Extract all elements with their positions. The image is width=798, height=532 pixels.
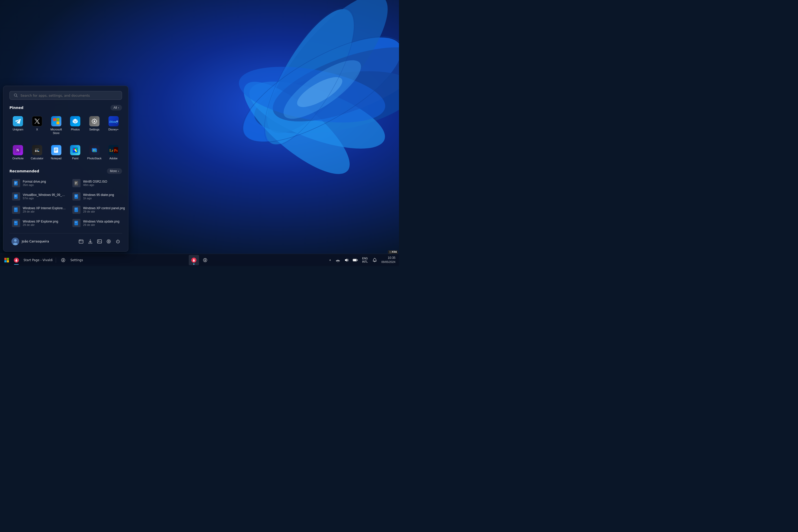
svg-rect-57 [75, 184, 76, 184]
app-calculator[interactable]: Calculator [28, 143, 46, 162]
svg-rect-63 [75, 196, 77, 197]
rec-info-1: Win95 OSR2.ISO 48m ago [83, 180, 107, 187]
lang-label: ENG [362, 257, 368, 260]
battery-icon [353, 259, 358, 262]
calculator-label: Calculator [31, 157, 43, 160]
app-photos[interactable]: Photos [67, 114, 84, 137]
rec-time-3: 1h ago [83, 197, 114, 200]
battery-button[interactable] [352, 256, 359, 264]
power-button[interactable] [114, 238, 122, 246]
network-button[interactable] [334, 256, 341, 264]
app-settings[interactable]: Settings [86, 114, 103, 137]
settings-app-label[interactable]: Settings [69, 258, 84, 262]
tray-chevron-button[interactable]: ∧ [328, 255, 333, 265]
file-explorer-button[interactable] [77, 238, 85, 246]
svg-text:N: N [16, 148, 19, 152]
svg-line-13 [17, 96, 18, 97]
rec-item-3[interactable]: Windows 95 dialer.png 1h ago [70, 190, 127, 203]
svg-rect-68 [14, 221, 18, 225]
rec-time-4: 29 de abr [23, 210, 66, 213]
rec-item-5[interactable]: Windows XP control panel.png 29 de abr [70, 204, 127, 216]
downloads-button[interactable] [86, 238, 94, 246]
svg-text:Ps: Ps [114, 149, 118, 152]
separator [56, 258, 56, 263]
recommended-title: Recommended [10, 169, 39, 173]
notification-button[interactable] [371, 256, 378, 264]
app-paint[interactable]: Paint [67, 143, 84, 162]
search-input[interactable] [20, 94, 118, 97]
rec-name-4: Windows XP Internet Explorer.png [23, 206, 66, 210]
start-menu-footer: João Carrasqueira [10, 233, 122, 246]
rec-info-0: Format drive.png 35m ago [23, 180, 46, 187]
photos-icon [70, 116, 80, 126]
svg-rect-27 [37, 150, 38, 151]
app-unigram[interactable]: Unigram [10, 114, 26, 137]
unigram-icon [13, 116, 23, 126]
user-info[interactable]: João Carrasqueira [10, 236, 51, 246]
onenote-label: OneNote [12, 157, 23, 160]
app-microsoft-store[interactable]: Microsoft Store [48, 114, 65, 137]
rec-item-0[interactable]: Format drive.png 35m ago [10, 177, 69, 189]
rec-item-6[interactable]: Windows XP Explorer.png 29 de abr [10, 217, 69, 229]
volume-button[interactable] [343, 256, 350, 264]
taskbar-settings-app[interactable] [200, 255, 210, 265]
app-photostack[interactable]: PhotoStack [86, 143, 103, 162]
svg-rect-15 [57, 118, 59, 121]
language-button[interactable]: ENG INTL [360, 256, 369, 264]
taskbar-settings-app-pinned[interactable] [58, 255, 68, 265]
app-x[interactable]: X [28, 114, 46, 137]
settings-footer-button[interactable] [104, 238, 113, 246]
rec-item-7[interactable]: Windows Vista update.png 29 de abr [70, 217, 127, 229]
rec-item-2[interactable]: VirtualBox_Windows 95_09_05_202... 57m a… [10, 190, 69, 203]
app-notepad[interactable]: Notepad [48, 143, 65, 162]
x-icon [32, 116, 42, 126]
rec-file-icon-6 [12, 219, 20, 227]
svg-rect-34 [55, 150, 58, 150]
svg-rect-81 [4, 260, 7, 262]
settings-icon [89, 116, 99, 126]
settings-label: Settings [89, 128, 99, 131]
taskbar-vivaldi[interactable] [189, 255, 199, 265]
svg-rect-52 [15, 183, 17, 184]
rec-time-5: 29 de abr [83, 210, 125, 213]
svg-rect-64 [14, 207, 18, 212]
rec-file-icon-7 [72, 219, 80, 227]
app-disney-plus[interactable]: Disney + Disney+ [105, 114, 122, 137]
rec-name-6: Windows XP Explorer.png [23, 220, 58, 223]
pinned-title: Pinned [10, 106, 23, 110]
svg-point-41 [74, 149, 76, 151]
all-button[interactable]: All › [111, 105, 122, 111]
rec-item-1[interactable]: Win95 OSR2.ISO 48m ago [70, 177, 127, 189]
rec-time-7: 29 de abr [83, 223, 119, 226]
clock-button[interactable]: 10:35 09/05/2024 [380, 256, 397, 264]
app-adobe[interactable]: Lr Ps Adobe [105, 143, 122, 162]
pinned-grid-row2: N OneNote [10, 143, 122, 162]
vivaldi-app-label[interactable]: Start Page - Vivaldi [22, 258, 54, 262]
more-button[interactable]: More › [107, 168, 122, 174]
wallpaper [169, 0, 399, 266]
taskbar-vivaldi-pinned[interactable] [11, 255, 21, 265]
taskbar: Start Page - Vivaldi Settings ∧ [0, 254, 399, 266]
svg-rect-31 [38, 151, 39, 152]
rec-file-icon-3 [72, 192, 80, 201]
active-indicator [193, 264, 194, 265]
start-button[interactable] [2, 255, 11, 265]
svg-rect-62 [75, 195, 77, 196]
pictures-button[interactable] [95, 238, 103, 246]
msstore-label: Microsoft Store [49, 128, 64, 135]
svg-rect-69 [15, 222, 17, 223]
rec-info-5: Windows XP control panel.png 29 de abr [83, 206, 125, 213]
svg-rect-32 [54, 148, 58, 153]
chevron-right-icon: › [118, 106, 119, 110]
app-onenote[interactable]: N OneNote [10, 143, 26, 162]
notification-icon [373, 258, 377, 262]
network-icon [336, 258, 340, 262]
svg-rect-67 [75, 209, 77, 209]
search-bar[interactable] [10, 91, 122, 100]
download-icon [88, 239, 93, 244]
paint-label: Paint [72, 157, 78, 160]
svg-rect-89 [353, 259, 356, 261]
rec-item-4[interactable]: Windows XP Internet Explorer.png 29 de a… [10, 204, 69, 216]
calculator-icon [32, 145, 42, 155]
rec-file-icon-2 [12, 192, 20, 201]
